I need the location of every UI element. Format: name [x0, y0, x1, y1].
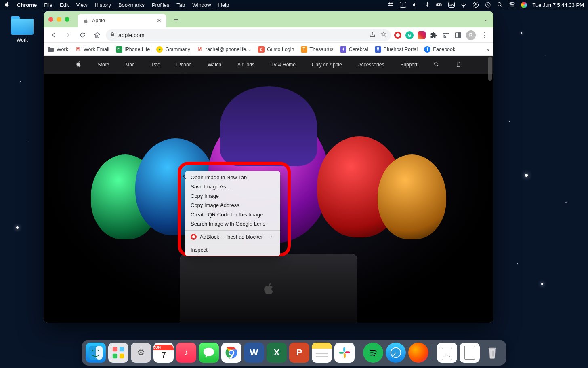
forward-button[interactable] — [62, 30, 74, 41]
dock-calendar[interactable]: JUN7 — [153, 343, 174, 363]
ext-instagram-icon[interactable] — [418, 31, 426, 39]
nav-support[interactable]: Support — [400, 62, 417, 68]
cast-icon[interactable] — [442, 31, 450, 39]
menubar-window[interactable]: Window — [192, 2, 211, 8]
dock-spotify[interactable] — [363, 343, 383, 363]
bookmark-grammarly[interactable]: ●Grammarly — [156, 46, 190, 53]
nav-accessories[interactable]: Accessories — [358, 62, 384, 68]
bookmark-star-icon[interactable] — [380, 31, 387, 39]
bookmark-facebook[interactable]: fFacebook — [424, 46, 455, 53]
search-icon[interactable] — [433, 61, 439, 68]
window-zoom-button[interactable] — [65, 17, 69, 22]
apple-menu-icon[interactable] — [4, 2, 10, 8]
profile-avatar[interactable]: R — [466, 30, 476, 40]
bookmark-bluehost[interactable]: ⠿Bluehost Portal — [375, 46, 418, 53]
bookmark-work[interactable]: Work — [48, 46, 68, 53]
nav-airpods[interactable]: AirPods — [237, 62, 254, 68]
reload-button[interactable] — [77, 30, 88, 41]
home-button[interactable] — [91, 30, 103, 41]
nav-mac[interactable]: Mac — [125, 62, 134, 68]
clock-icon[interactable] — [485, 2, 491, 8]
nav-store[interactable]: Store — [98, 62, 109, 68]
dock-music[interactable]: ♪ — [176, 343, 196, 363]
wifi-icon[interactable] — [460, 2, 467, 8]
nav-only-on-apple[interactable]: Only on Apple — [312, 62, 342, 68]
svg-point-17 — [98, 350, 99, 351]
menubar-help[interactable]: Help — [218, 2, 229, 8]
desktop-folder-work[interactable]: Work — [9, 16, 36, 43]
user-icon[interactable] — [472, 2, 479, 8]
nav-watch[interactable]: Watch — [208, 62, 221, 68]
ctx-inspect[interactable]: Inspect — [185, 245, 280, 254]
ctx-save-image-as[interactable]: Save Image As... — [185, 182, 280, 191]
nav-tv-home[interactable]: TV & Home — [271, 62, 296, 68]
dock-launchpad[interactable] — [108, 343, 128, 363]
apple-logo-icon[interactable] — [76, 61, 82, 68]
scrollbar[interactable] — [488, 56, 493, 323]
menubar-app-name[interactable]: Chrome — [17, 2, 37, 8]
menubar-history[interactable]: History — [94, 2, 111, 8]
dock-word[interactable]: W — [244, 343, 264, 363]
nav-ipad[interactable]: iPad — [151, 62, 160, 68]
dock-firefox[interactable] — [408, 343, 428, 363]
menubar-file[interactable]: File — [44, 2, 52, 8]
ext-adblock-icon[interactable] — [394, 32, 401, 39]
input-source-icon[interactable]: US — [448, 2, 455, 8]
device-icon[interactable]: ⫶ — [400, 2, 406, 8]
tab-close-button[interactable]: ✕ — [157, 17, 162, 24]
address-bar[interactable]: apple.com — [106, 29, 391, 41]
bookmark-cerebral[interactable]: ✦Cerebral — [340, 46, 368, 53]
bookmark-thesaurus[interactable]: TThesaurus — [301, 46, 334, 53]
bag-icon[interactable] — [456, 61, 462, 68]
window-minimize-button[interactable] — [57, 17, 61, 22]
bookmark-gusto[interactable]: gGusto Login — [258, 46, 294, 53]
adblock-icon — [191, 234, 197, 240]
dock-finder[interactable] — [86, 343, 106, 363]
dock-safari[interactable] — [386, 343, 406, 363]
control-center-icon[interactable] — [509, 2, 515, 8]
menubar-view[interactable]: View — [76, 2, 87, 8]
bookmark-iphone-life[interactable]: iPLiPhone Life — [116, 46, 150, 53]
menubar-profiles[interactable]: Profiles — [152, 2, 169, 8]
back-button[interactable] — [48, 30, 59, 41]
bookmark-work-email[interactable]: MWork Email — [75, 46, 109, 53]
browser-tab-apple[interactable]: Apple ✕ — [78, 14, 166, 27]
extensions-puzzle-icon[interactable] — [430, 31, 438, 39]
dock-system-settings[interactable]: ⚙ — [131, 343, 151, 363]
dropbox-icon[interactable] — [388, 2, 394, 8]
dock-notes[interactable] — [312, 343, 332, 363]
spotlight-icon[interactable] — [497, 2, 503, 8]
dock-chrome[interactable] — [221, 343, 242, 363]
battery-icon[interactable] — [436, 2, 443, 8]
dock-messages[interactable] — [199, 343, 219, 363]
siri-icon[interactable] — [521, 2, 527, 8]
bookmark-rachel-email[interactable]: Mrachel@iphonelife.... — [197, 46, 252, 53]
ctx-copy-image[interactable]: Copy Image — [185, 191, 280, 201]
dock-slack[interactable] — [334, 343, 355, 363]
ctx-create-qr-code[interactable]: Create QR Code for this Image — [185, 210, 280, 219]
chrome-menu-button[interactable]: ⋮ — [480, 31, 489, 39]
menubar-bookmarks[interactable]: Bookmarks — [118, 2, 145, 8]
volume-icon[interactable] — [412, 2, 418, 8]
menubar-tab[interactable]: Tab — [176, 2, 185, 8]
ctx-open-image-new-tab[interactable]: Open Image in New Tab — [185, 173, 280, 182]
ctx-search-google-lens[interactable]: Search Image with Google Lens — [185, 219, 280, 228]
bluetooth-icon[interactable] — [424, 2, 430, 8]
dock-download-jpg[interactable]: JPG — [437, 343, 457, 363]
tab-search-button[interactable]: ⌄ — [484, 16, 489, 23]
ctx-adblock[interactable]: AdBlock — best ad blocker 〉 — [185, 232, 280, 241]
side-panel-icon[interactable] — [454, 31, 462, 39]
dock-excel[interactable]: X — [267, 343, 287, 363]
ext-grammarly-icon[interactable]: G — [405, 31, 414, 39]
dock-powerpoint[interactable]: P — [289, 343, 309, 363]
menubar-edit[interactable]: Edit — [60, 2, 69, 8]
ctx-copy-image-address[interactable]: Copy Image Address — [185, 201, 280, 210]
dock-download-file[interactable] — [460, 343, 480, 363]
share-icon[interactable] — [369, 31, 376, 39]
dock-trash[interactable] — [482, 343, 502, 363]
new-tab-button[interactable]: ＋ — [170, 14, 182, 25]
menubar-datetime[interactable]: Tue Jun 7 5:44:33 PM — [533, 2, 584, 8]
window-close-button[interactable] — [48, 17, 53, 22]
nav-iphone[interactable]: iPhone — [176, 62, 191, 68]
bookmarks-overflow-button[interactable]: » — [486, 46, 489, 53]
